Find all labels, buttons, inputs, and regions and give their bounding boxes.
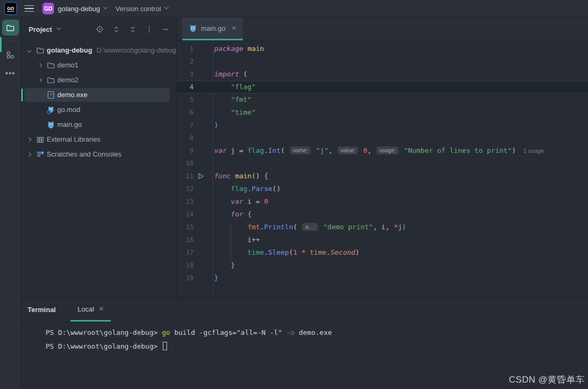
line-number[interactable]: 10 [177, 157, 194, 170]
code-text: import ( [214, 68, 248, 81]
chevron-right-icon[interactable] [27, 152, 31, 157]
active-tool-accent [0, 37, 2, 52]
code-line-17[interactable]: 17 time.Sleep(1 * time.Second) [177, 246, 588, 259]
chevron-right-icon[interactable] [27, 137, 31, 142]
line-number[interactable]: 9 [177, 144, 194, 157]
project-panel: Project golang-debugD:\wwwroot\golang-de… [21, 18, 177, 297]
line-number[interactable]: 11 [177, 170, 194, 183]
line-number[interactable]: 19 [177, 272, 194, 284]
terminal-tab-local[interactable]: Local ✕ [71, 298, 111, 322]
stripe-divider [5, 41, 16, 41]
code-text: } [214, 259, 235, 272]
code-line-6[interactable]: 6 "time" [177, 106, 588, 119]
line-number[interactable]: 4 [177, 81, 194, 93]
chevron-right-icon[interactable] [38, 78, 42, 82]
code-line-8[interactable]: 8 [177, 132, 588, 144]
line-number[interactable]: 8 [177, 132, 194, 144]
line-number[interactable]: 2 [177, 55, 194, 68]
code-line-12[interactable]: 12 flag.Parse() [177, 183, 588, 195]
collapse-all-icon[interactable] [128, 25, 137, 33]
folder-icon [47, 76, 55, 84]
hide-icon[interactable] [161, 25, 170, 33]
go-file-icon [47, 120, 55, 129]
tree-item-golang-debug[interactable]: golang-debugD:\wwwroot\golang-debug [21, 43, 176, 58]
line-number[interactable]: 7 [177, 119, 194, 132]
code-line-1[interactable]: 1package main [177, 42, 588, 55]
close-icon[interactable]: ✕ [231, 24, 236, 32]
selection-accent-bar [21, 89, 23, 101]
structure-tool-button[interactable] [2, 47, 19, 63]
chevron-down-icon [164, 5, 168, 9]
line-number[interactable]: 13 [177, 195, 194, 208]
line-number[interactable]: 12 [177, 183, 194, 195]
chevron-down-icon[interactable] [27, 48, 31, 53]
expand-all-icon[interactable] [112, 25, 120, 33]
code-text: i++ [214, 234, 260, 246]
code-line-3[interactable]: 3import ( [177, 68, 588, 81]
tree-item-main-go[interactable]: main.go [21, 117, 176, 132]
code-line-10[interactable]: 10 [177, 157, 588, 170]
tree-item-scratches-and-consoles[interactable]: Scratches and Consoles [21, 147, 176, 162]
tree-item-external-libraries[interactable]: External Libraries [21, 132, 176, 147]
tree-item-label: golang-debugD:\wwwroot\golang-debug [47, 43, 176, 58]
code-line-11[interactable]: 11func main() { [177, 170, 588, 183]
project-panel-title[interactable]: Project [29, 25, 52, 33]
tree-item-label: demo.exe [57, 88, 87, 102]
line-number[interactable]: 1 [177, 42, 194, 55]
more-icon[interactable] [145, 25, 153, 33]
run-main-icon[interactable] [197, 172, 205, 180]
line-number[interactable]: 14 [177, 208, 194, 221]
code-line-2[interactable]: 2 [177, 55, 588, 68]
terminal-line: PS D:\wwwroot\golang-debug> [46, 340, 588, 353]
hamburger-menu-icon[interactable] [24, 5, 34, 12]
code-line-16[interactable]: 16 i++ [177, 234, 588, 246]
code-line-14[interactable]: 14 for { [177, 208, 588, 221]
terminal-header: Terminal Local ✕ [21, 298, 588, 322]
code-text: "flag" [214, 81, 256, 93]
tree-item-demo1[interactable]: demo1 [21, 58, 176, 73]
locate-icon[interactable] [95, 25, 104, 33]
goland-logo-icon[interactable]: GO [4, 2, 17, 15]
code-line-19[interactable]: 19} [177, 272, 588, 284]
code-text: ) [214, 119, 218, 132]
line-number[interactable]: 5 [177, 93, 194, 106]
terminal-output[interactable]: PS D:\wwwroot\golang-debug> go build -gc… [21, 322, 588, 353]
code-text: time.Sleep(1 * time.Second) [214, 246, 359, 259]
code-text: } [214, 272, 218, 284]
vcs-widget[interactable]: Version control [116, 5, 168, 13]
code-line-5[interactable]: 5 "fmt" [177, 93, 588, 106]
project-widget[interactable]: GD golang-debug [42, 3, 107, 14]
code-line-13[interactable]: 13 var i = 0 [177, 195, 588, 208]
tree-item-demo2[interactable]: demo2 [21, 73, 176, 88]
parameter-hint: usage: [376, 146, 399, 154]
terminal-title[interactable]: Terminal [28, 306, 56, 314]
chevron-down-icon[interactable] [57, 25, 61, 30]
code-text: var i = 0 [214, 195, 268, 208]
code-editor[interactable]: 1package main23import (4 "flag"5 "fmt"6 … [177, 40, 588, 297]
line-number[interactable]: 16 [177, 234, 194, 246]
code-text: flag.Parse() [214, 183, 280, 195]
project-tool-button[interactable] [2, 20, 19, 36]
code-line-15[interactable]: 15 fmt.Println( a…: "demo print", i, *j) [177, 221, 588, 234]
code-text: fmt.Println( a…: "demo print", i, *j) [214, 221, 406, 234]
code-line-9[interactable]: 9var j = flag.Int( name: "j", value: 0, … [177, 144, 588, 157]
code-text: package main [214, 42, 264, 55]
ellipsis-icon: ••• [5, 68, 15, 77]
tree-item-go-mod[interactable]: go.mod [21, 102, 176, 117]
close-icon[interactable]: ✕ [99, 305, 104, 313]
code-line-4[interactable]: 4 "flag" [177, 81, 588, 93]
folder-icon [6, 23, 15, 32]
code-line-18[interactable]: 18 } [177, 259, 588, 272]
tree-item-demo-exe[interactable]: ?demo.exe [21, 88, 176, 102]
line-number[interactable]: 3 [177, 68, 194, 81]
line-number[interactable]: 6 [177, 106, 194, 119]
terminal-cursor[interactable] [163, 342, 167, 350]
line-number[interactable]: 15 [177, 221, 194, 234]
chevron-right-icon[interactable] [38, 63, 42, 67]
more-tool-windows-button[interactable]: ••• [2, 65, 19, 81]
editor-tab-bar: main.go ✕ [177, 18, 588, 40]
line-number[interactable]: 18 [177, 259, 194, 272]
editor-tab-main-go[interactable]: main.go ✕ [182, 18, 243, 40]
line-number[interactable]: 17 [177, 246, 194, 259]
code-line-7[interactable]: 7) [177, 119, 588, 132]
